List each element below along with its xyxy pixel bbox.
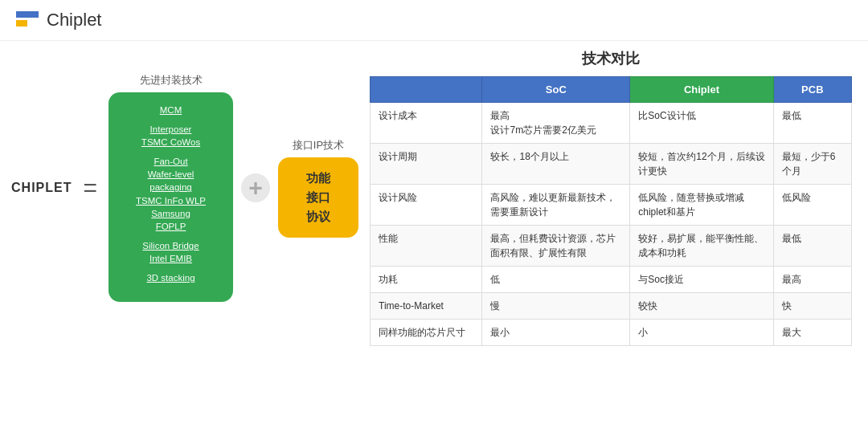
row-label: 设计风险 — [371, 185, 482, 226]
row-soc-value: 最高 设计7m芯片需要2亿美元 — [482, 103, 630, 144]
right-box-above-label: 接口IP技术 — [293, 138, 344, 153]
row-soc-value: 较长，18个月以上 — [482, 144, 630, 185]
row-soc-value: 慢 — [482, 293, 630, 320]
yellow-wrapper: 接口IP技术 功能接口协议 — [278, 138, 358, 238]
left-box-above-label: 先进封装技术 — [140, 73, 203, 88]
plus-sign: + — [241, 173, 270, 202]
row-soc-value: 高风险，难以更新最新技术，需要重新设计 — [482, 185, 630, 226]
green-box: MCM InterposerTSMC CoWos Fan-OutWafer-le… — [108, 92, 233, 302]
table-row: 设计成本最高 设计7m芯片需要2亿美元比SoC设计低最低 — [371, 103, 852, 144]
yellow-box-text: 功能接口协议 — [306, 169, 330, 226]
table-row: 功耗低与Soc接近最高 — [371, 267, 852, 293]
row-chiplet-value: 低风险，随意替换或增减chiplet和基片 — [630, 185, 773, 226]
row-chiplet-value: 较短，首次约12个月，后续设计更快 — [630, 144, 773, 185]
logo-icon — [16, 11, 39, 29]
table-row: 性能最高，但耗费设计资源，芯片面积有限、扩展性有限较好，易扩展，能平衡性能、成本… — [371, 226, 852, 267]
row-chiplet-value: 小 — [630, 320, 773, 346]
th-chiplet: Chiplet — [630, 77, 773, 103]
row-soc-value: 低 — [482, 267, 630, 293]
eq-sign: = — [83, 174, 97, 202]
table-title: 技术对比 — [370, 49, 852, 68]
row-pcb-value: 低风险 — [773, 185, 851, 226]
table-row: Time-to-Market慢较快快 — [371, 293, 852, 320]
yellow-box: 功能接口协议 — [278, 157, 358, 238]
row-chiplet-value: 比SoC设计低 — [630, 103, 773, 144]
green-item-3: Fan-OutWafer-levelpackagingTSMC InFo WLP… — [123, 155, 219, 233]
green-item-1: MCM — [123, 104, 219, 116]
th-pcb: PCB — [773, 77, 851, 103]
row-pcb-value: 最低 — [773, 226, 851, 267]
chiplet-label: CHIPLET — [11, 181, 72, 195]
green-item-4: Silicon BridgeIntel EMIB — [123, 239, 219, 265]
table-row: 同样功能的芯片尺寸最小小最大 — [371, 320, 852, 346]
row-label: 性能 — [371, 226, 482, 267]
compare-table: SoC Chiplet PCB 设计成本最高 设计7m芯片需要2亿美元比SoC设… — [370, 76, 852, 346]
green-item-5: 3D stacking — [123, 271, 219, 284]
table-header-row: SoC Chiplet PCB — [371, 77, 852, 103]
row-soc-value: 最高，但耗费设计资源，芯片面积有限、扩展性有限 — [482, 226, 630, 267]
row-pcb-value: 最低 — [773, 103, 851, 144]
row-label: 设计成本 — [371, 103, 482, 144]
row-pcb-value: 最大 — [773, 320, 851, 346]
row-pcb-value: 快 — [773, 293, 851, 320]
header: Chiplet — [0, 0, 868, 41]
row-pcb-value: 最高 — [773, 267, 851, 293]
left-panel: CHIPLET = 先进封装技术 MCM InterposerTSMC CoWo… — [16, 49, 354, 346]
row-label: 设计周期 — [371, 144, 482, 185]
row-chiplet-value: 与Soc接近 — [630, 267, 773, 293]
row-chiplet-value: 较好，易扩展，能平衡性能、成本和功耗 — [630, 226, 773, 267]
table-body: 设计成本最高 设计7m芯片需要2亿美元比SoC设计低最低设计周期较长，18个月以… — [371, 103, 852, 346]
table-row: 设计风险高风险，难以更新最新技术，需要重新设计低风险，随意替换或增减chiple… — [371, 185, 852, 226]
right-panel: 技术对比 SoC Chiplet PCB 设计成本最高 设计7m芯片需要2亿美元… — [370, 49, 852, 346]
row-label: 功耗 — [371, 267, 482, 293]
row-chiplet-value: 较快 — [630, 293, 773, 320]
th-soc: SoC — [482, 77, 630, 103]
green-box-items: MCM InterposerTSMC CoWos Fan-OutWafer-le… — [123, 104, 219, 284]
green-item-2: InterposerTSMC CoWos — [123, 123, 219, 149]
row-label: 同样功能的芯片尺寸 — [371, 320, 482, 346]
table-row: 设计周期较长，18个月以上较短，首次约12个月，后续设计更快最短，少于6个月 — [371, 144, 852, 185]
main-content: CHIPLET = 先进封装技术 MCM InterposerTSMC CoWo… — [0, 41, 868, 354]
row-soc-value: 最小 — [482, 320, 630, 346]
row-label: Time-to-Market — [371, 293, 482, 320]
row-pcb-value: 最短，少于6个月 — [773, 144, 851, 185]
header-title: Chiplet — [47, 10, 101, 31]
th-empty — [371, 77, 482, 103]
green-wrapper: 先进封装技术 MCM InterposerTSMC CoWos Fan-OutW… — [108, 73, 233, 302]
chiplet-equation: CHIPLET = 先进封装技术 MCM InterposerTSMC CoWo… — [11, 73, 358, 302]
